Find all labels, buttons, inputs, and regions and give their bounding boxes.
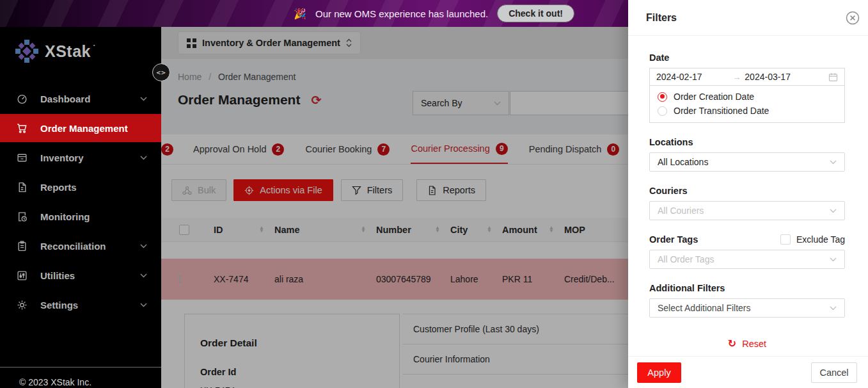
chevron-down-icon (140, 156, 147, 160)
sidebar-item-monitoring[interactable]: Monitoring (0, 202, 161, 230)
order-tags-select[interactable]: All Order Tags (649, 250, 845, 269)
select-all-checkbox[interactable] (179, 225, 189, 235)
sidebar-item-dashboard[interactable]: Dashboard (0, 85, 161, 113)
sort-icon[interactable]: ▲▼ (435, 227, 440, 232)
sidebar-menu: Dashboard Order Management Inventory Rep… (0, 85, 161, 319)
order-detail-card: Order Detail Order Id XX-7474 (184, 314, 400, 388)
radio-label: Order Transitioned Date (674, 106, 769, 116)
filters-button[interactable]: Filters (341, 179, 403, 201)
range-arrow-icon: → (732, 72, 741, 82)
reports-icon (17, 182, 28, 193)
app-switcher-label: Inventory & Order Management (202, 38, 340, 48)
additional-filters-section: Additional Filters Select Additional Fil… (649, 283, 845, 318)
sidebar-item-label: Settings (40, 300, 127, 311)
sidebar-item-order-management[interactable]: Order Management (0, 114, 161, 142)
chevron-down-icon (140, 244, 147, 248)
order-tags-section: Order Tags Exclude Tag All Order Tags (649, 234, 845, 269)
sidebar-item-reconciliation[interactable]: Reconciliation (0, 232, 161, 260)
tab-courier-processing[interactable]: Courier Processing 9 (411, 134, 507, 164)
page-title: Order Management (178, 92, 300, 108)
banner-message: Our new OMS experience has launched. (315, 8, 488, 19)
column-header-city: City (450, 225, 468, 235)
locations-select[interactable]: All Locations (649, 152, 845, 172)
sidebar-item-settings[interactable]: Settings (0, 291, 161, 319)
locations-section: Locations All Locations (649, 137, 845, 172)
tab-count-badge: 7 (377, 143, 390, 156)
chevron-down-icon (830, 209, 837, 213)
exclude-tag-checkbox-row[interactable]: Exclude Tag (780, 234, 845, 245)
updown-arrows-icon (346, 38, 352, 47)
tab-label: Pending Dispatch (529, 144, 602, 154)
bulk-icon (182, 186, 192, 195)
cancel-button[interactable]: Cancel (811, 362, 857, 383)
cell-name: ali raza (274, 274, 376, 284)
xstak-logo-text: XStak (45, 42, 91, 61)
check-it-out-button[interactable]: Check it out! (497, 4, 574, 22)
utilities-icon (17, 270, 28, 281)
order-id-value: XX-7474 (200, 385, 384, 388)
additional-filters-label: Additional Filters (649, 283, 845, 293)
tab-hidden[interactable]: 2 (161, 134, 173, 164)
cell-amount: PKR 11 (502, 274, 564, 284)
reset-link[interactable]: ↻ Reset (649, 337, 845, 350)
filters-drawer: Filters Date 2024-02-17 → 2024-03-17 Ord… (628, 0, 868, 388)
additional-filters-select[interactable]: Select Additional Filters (649, 298, 845, 318)
app-switcher-select[interactable]: Inventory & Order Management (178, 31, 361, 54)
search-by-select[interactable]: Search By (413, 91, 509, 115)
chevron-down-icon (830, 257, 837, 262)
tab-courier-booking[interactable]: Courier Booking 7 (305, 134, 390, 164)
reload-icon: ↻ (728, 337, 736, 350)
sort-icon[interactable]: ▲▼ (259, 227, 264, 232)
breadcrumb-home[interactable]: Home (178, 72, 201, 82)
sidebar: XStak Dashboard Order Management Invento… (0, 27, 161, 388)
cell-number: 03007645789 (376, 274, 450, 284)
settings-icon (17, 300, 28, 311)
sidebar-item-label: Monitoring (40, 211, 147, 222)
breadcrumb-separator: / (209, 72, 211, 82)
row-checkbox[interactable] (179, 273, 180, 285)
sidebar-item-label: Inventory (40, 152, 127, 163)
tab-label: Approval On Hold (193, 144, 266, 154)
sidebar-item-utilities[interactable]: Utilities (0, 261, 161, 289)
sidebar-item-label: Reconciliation (40, 241, 127, 252)
reports-button[interactable]: Reports (416, 179, 486, 201)
date-type-radio-group: Order Creation Date Order Transitioned D… (649, 85, 845, 123)
sidebar-item-reports[interactable]: Reports (0, 173, 161, 201)
sort-icon[interactable]: ▲▼ (361, 227, 366, 232)
date-to-value[interactable]: 2024-03-17 (745, 72, 825, 82)
tab-count-badge: 9 (496, 143, 508, 155)
date-from-value[interactable]: 2024-02-17 (656, 72, 729, 82)
tab-count-badge: 2 (161, 143, 173, 156)
order-id-label: Order Id (200, 367, 384, 377)
tab-pending-dispatch[interactable]: Pending Dispatch 0 (529, 134, 620, 164)
monitoring-icon (17, 211, 28, 222)
couriers-value: All Couriers (658, 206, 704, 216)
radio-order-transitioned-date[interactable]: Order Transitioned Date (658, 106, 837, 116)
chevron-down-icon (140, 303, 147, 307)
drawer-body: Date 2024-02-17 → 2024-03-17 Order Creat… (628, 36, 868, 350)
sort-icon[interactable]: ▲▼ (549, 227, 554, 232)
apply-button[interactable]: Apply (637, 362, 681, 383)
date-range-picker[interactable]: 2024-02-17 → 2024-03-17 (649, 68, 845, 86)
order-tags-label: Order Tags (649, 234, 698, 245)
column-header-amount: Amount (502, 225, 537, 235)
couriers-select[interactable]: All Couriers (649, 201, 845, 220)
sidebar-collapse-button[interactable]: <> (152, 63, 170, 81)
reset-label: Reset (742, 339, 766, 349)
tab-approval-on-hold[interactable]: Approval On Hold 2 (193, 134, 284, 164)
radio-selected-icon (658, 92, 667, 102)
radio-unselected-icon (658, 106, 667, 116)
couriers-label: Couriers (649, 186, 845, 196)
close-icon[interactable] (845, 10, 860, 26)
radio-order-creation-date[interactable]: Order Creation Date (658, 92, 837, 102)
sidebar-item-inventory[interactable]: Inventory (0, 143, 161, 172)
refresh-icon[interactable]: ⟳ (311, 93, 321, 107)
sidebar-item-label: Utilities (40, 270, 127, 281)
exclude-tag-checkbox[interactable] (780, 234, 791, 245)
additional-filters-value: Select Additional Filters (658, 303, 751, 313)
actions-via-file-button[interactable]: Actions via File (233, 179, 333, 201)
column-header-number: Number (376, 225, 411, 235)
sort-icon[interactable]: ▲▼ (487, 227, 492, 232)
bulk-button[interactable]: Bulk (171, 179, 226, 201)
cart-icon (17, 123, 28, 134)
